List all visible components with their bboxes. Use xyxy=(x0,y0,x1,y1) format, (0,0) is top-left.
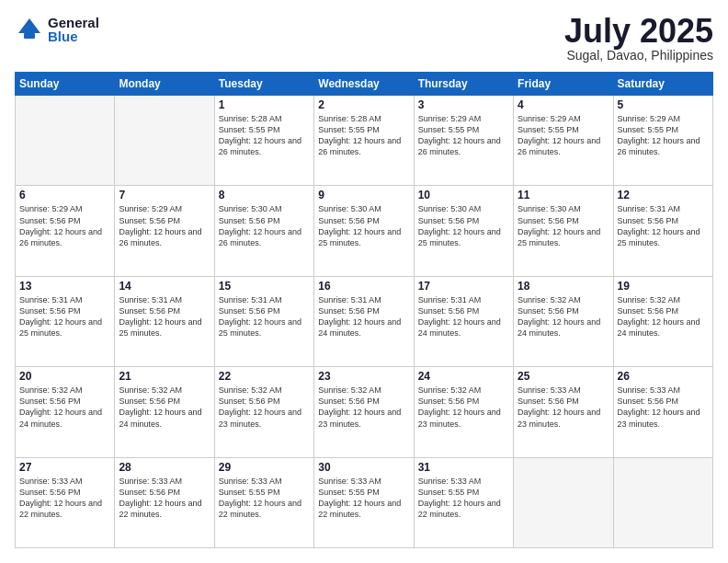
day-info: Sunrise: 5:28 AMSunset: 5:55 PMDaylight:… xyxy=(318,113,409,158)
sunrise-text: Sunrise: 5:31 AM xyxy=(618,204,681,213)
daylight-text: Daylight: 12 hours and 23 minutes. xyxy=(618,408,700,428)
day-info: Sunrise: 5:29 AMSunset: 5:56 PMDaylight:… xyxy=(119,203,210,248)
sunrise-text: Sunrise: 5:29 AM xyxy=(418,114,482,123)
day-number: 19 xyxy=(618,280,709,293)
calendar-cell xyxy=(16,96,115,186)
day-number: 9 xyxy=(318,189,409,201)
calendar-cell: 31Sunrise: 5:33 AMSunset: 5:55 PMDayligh… xyxy=(414,457,513,547)
calendar-cell: 1Sunrise: 5:28 AMSunset: 5:55 PMDaylight… xyxy=(214,96,313,186)
daylight-text: Daylight: 12 hours and 26 minutes. xyxy=(119,227,201,247)
col-friday: Friday xyxy=(514,73,613,96)
day-info: Sunrise: 5:33 AMSunset: 5:55 PMDaylight:… xyxy=(219,476,310,521)
sunrise-text: Sunrise: 5:29 AM xyxy=(618,114,681,123)
sunrise-text: Sunrise: 5:32 AM xyxy=(219,385,282,395)
sunset-text: Sunset: 5:55 PM xyxy=(418,125,480,134)
daylight-text: Daylight: 12 hours and 25 minutes. xyxy=(418,227,501,247)
calendar-table: Sunday Monday Tuesday Wednesday Thursday… xyxy=(15,72,713,548)
daylight-text: Daylight: 12 hours and 24 minutes. xyxy=(19,408,102,428)
sunset-text: Sunset: 5:55 PM xyxy=(219,488,280,497)
title-section: July 2025 Sugal, Davao, Philippines xyxy=(564,15,713,63)
sunset-text: Sunset: 5:56 PM xyxy=(518,396,579,406)
calendar-cell: 21Sunrise: 5:32 AMSunset: 5:56 PMDayligh… xyxy=(115,367,214,457)
day-info: Sunrise: 5:31 AMSunset: 5:56 PMDaylight:… xyxy=(119,294,210,339)
sunrise-text: Sunrise: 5:31 AM xyxy=(219,295,282,304)
sunset-text: Sunset: 5:55 PM xyxy=(518,125,579,134)
day-info: Sunrise: 5:29 AMSunset: 5:55 PMDaylight:… xyxy=(418,113,509,158)
col-thursday: Thursday xyxy=(414,73,513,96)
sunset-text: Sunset: 5:56 PM xyxy=(318,306,380,316)
day-number: 16 xyxy=(318,280,409,293)
day-number: 26 xyxy=(618,370,709,383)
sunset-text: Sunset: 5:56 PM xyxy=(418,396,480,406)
calendar-cell: 7Sunrise: 5:29 AMSunset: 5:56 PMDaylight… xyxy=(115,186,214,276)
calendar-cell: 12Sunrise: 5:31 AMSunset: 5:56 PMDayligh… xyxy=(613,186,712,276)
calendar-week-1: 1Sunrise: 5:28 AMSunset: 5:55 PMDaylight… xyxy=(16,96,713,186)
day-info: Sunrise: 5:32 AMSunset: 5:56 PMDaylight:… xyxy=(219,385,310,430)
sunset-text: Sunset: 5:56 PM xyxy=(318,216,380,225)
day-info: Sunrise: 5:30 AMSunset: 5:56 PMDaylight:… xyxy=(318,203,409,248)
day-info: Sunrise: 5:30 AMSunset: 5:56 PMDaylight:… xyxy=(518,203,609,248)
sunset-text: Sunset: 5:56 PM xyxy=(418,216,480,225)
day-number: 29 xyxy=(219,461,310,474)
col-tuesday: Tuesday xyxy=(214,73,313,96)
daylight-text: Daylight: 12 hours and 26 minutes. xyxy=(318,136,401,156)
day-number: 1 xyxy=(219,98,310,111)
day-info: Sunrise: 5:32 AMSunset: 5:56 PMDaylight:… xyxy=(119,385,210,430)
day-info: Sunrise: 5:33 AMSunset: 5:56 PMDaylight:… xyxy=(518,385,609,430)
sunrise-text: Sunrise: 5:31 AM xyxy=(119,295,182,304)
sunset-text: Sunset: 5:56 PM xyxy=(618,306,679,316)
header: General Blue July 2025 Sugal, Davao, Phi… xyxy=(15,15,713,63)
calendar-cell: 11Sunrise: 5:30 AMSunset: 5:56 PMDayligh… xyxy=(514,186,613,276)
daylight-text: Daylight: 12 hours and 25 minutes. xyxy=(19,317,102,338)
sunrise-text: Sunrise: 5:30 AM xyxy=(518,204,581,213)
day-number: 3 xyxy=(418,98,509,111)
sunrise-text: Sunrise: 5:33 AM xyxy=(19,477,83,486)
sunrise-text: Sunrise: 5:32 AM xyxy=(518,295,581,304)
day-info: Sunrise: 5:31 AMSunset: 5:56 PMDaylight:… xyxy=(318,294,409,339)
day-info: Sunrise: 5:29 AMSunset: 5:55 PMDaylight:… xyxy=(518,113,609,158)
sunrise-text: Sunrise: 5:31 AM xyxy=(318,295,381,304)
sunset-text: Sunset: 5:56 PM xyxy=(119,488,180,497)
calendar-cell: 17Sunrise: 5:31 AMSunset: 5:56 PMDayligh… xyxy=(414,276,513,366)
sunrise-text: Sunrise: 5:32 AM xyxy=(318,385,381,395)
sunset-text: Sunset: 5:56 PM xyxy=(119,216,180,225)
sunrise-text: Sunrise: 5:32 AM xyxy=(418,385,482,395)
sunrise-text: Sunrise: 5:31 AM xyxy=(19,295,83,304)
daylight-text: Daylight: 12 hours and 26 minutes. xyxy=(219,136,301,156)
day-number: 2 xyxy=(318,98,409,111)
svg-marker-0 xyxy=(18,18,40,33)
sunrise-text: Sunrise: 5:30 AM xyxy=(219,204,282,213)
calendar-cell: 25Sunrise: 5:33 AMSunset: 5:56 PMDayligh… xyxy=(514,367,613,457)
day-number: 25 xyxy=(518,370,609,383)
calendar-cell: 15Sunrise: 5:31 AMSunset: 5:56 PMDayligh… xyxy=(214,276,313,366)
day-info: Sunrise: 5:33 AMSunset: 5:55 PMDaylight:… xyxy=(418,476,509,521)
daylight-text: Daylight: 12 hours and 24 minutes. xyxy=(618,317,700,338)
day-number: 18 xyxy=(518,280,609,293)
sunrise-text: Sunrise: 5:33 AM xyxy=(318,477,381,486)
sunset-text: Sunset: 5:56 PM xyxy=(119,396,180,406)
daylight-text: Daylight: 12 hours and 26 minutes. xyxy=(19,227,102,247)
day-info: Sunrise: 5:28 AMSunset: 5:55 PMDaylight:… xyxy=(219,113,310,158)
day-number: 31 xyxy=(418,461,509,474)
day-number: 13 xyxy=(19,280,110,293)
daylight-text: Daylight: 12 hours and 22 minutes. xyxy=(119,499,201,519)
calendar-cell: 2Sunrise: 5:28 AMSunset: 5:55 PMDaylight… xyxy=(314,96,414,186)
day-info: Sunrise: 5:33 AMSunset: 5:56 PMDaylight:… xyxy=(119,476,210,521)
calendar-cell: 18Sunrise: 5:32 AMSunset: 5:56 PMDayligh… xyxy=(514,276,613,366)
day-number: 17 xyxy=(418,280,509,293)
daylight-text: Daylight: 12 hours and 24 minutes. xyxy=(518,317,600,338)
sunset-text: Sunset: 5:56 PM xyxy=(119,306,180,316)
location-text: Sugal, Davao, Philippines xyxy=(564,48,713,63)
daylight-text: Daylight: 12 hours and 23 minutes. xyxy=(418,408,501,428)
calendar-cell: 26Sunrise: 5:33 AMSunset: 5:56 PMDayligh… xyxy=(613,367,712,457)
sunrise-text: Sunrise: 5:33 AM xyxy=(618,385,681,395)
calendar-cell: 14Sunrise: 5:31 AMSunset: 5:56 PMDayligh… xyxy=(115,276,214,366)
day-info: Sunrise: 5:29 AMSunset: 5:56 PMDaylight:… xyxy=(19,203,110,248)
calendar-cell: 29Sunrise: 5:33 AMSunset: 5:55 PMDayligh… xyxy=(214,457,313,547)
daylight-text: Daylight: 12 hours and 23 minutes. xyxy=(518,408,600,428)
daylight-text: Daylight: 12 hours and 25 minutes. xyxy=(618,227,700,247)
daylight-text: Daylight: 12 hours and 26 minutes. xyxy=(219,227,301,247)
logo-icon xyxy=(15,15,44,44)
logo: General Blue xyxy=(15,15,99,44)
calendar-cell: 23Sunrise: 5:32 AMSunset: 5:56 PMDayligh… xyxy=(314,367,414,457)
